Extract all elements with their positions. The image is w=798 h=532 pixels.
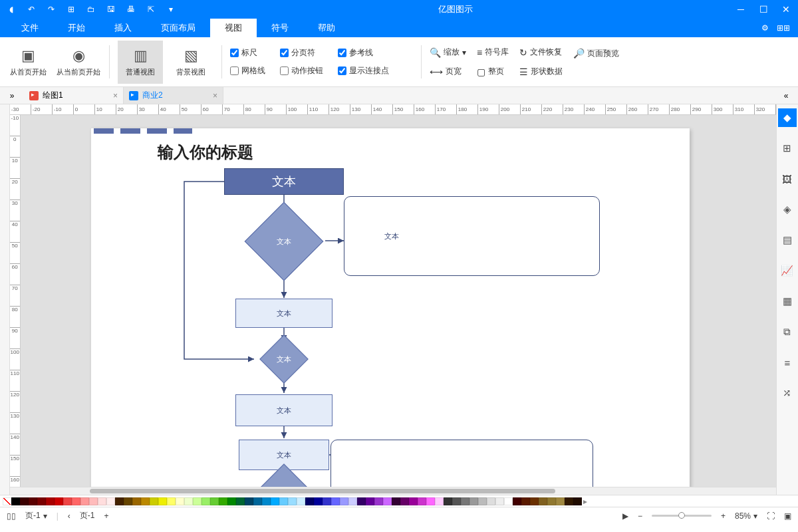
tabs-expand-right-icon[interactable]: « — [774, 87, 798, 104]
color-swatch[interactable] — [227, 497, 236, 505]
color-swatch[interactable] — [556, 497, 565, 505]
color-swatch[interactable] — [37, 497, 46, 505]
color-swatch[interactable] — [400, 497, 409, 505]
menu-layout[interactable]: 页面布局 — [146, 19, 210, 37]
menu-symbol[interactable]: 符号 — [257, 19, 303, 37]
color-swatch[interactable] — [478, 497, 487, 505]
flow-decision-2[interactable]: 文本 — [259, 334, 309, 384]
zoom-out-icon[interactable]: − — [638, 511, 642, 521]
page-menu[interactable]: 页-1 ▾ — [25, 510, 47, 521]
color-swatch[interactable] — [193, 497, 201, 505]
color-swatch[interactable] — [176, 497, 184, 505]
color-swatch[interactable] — [331, 497, 340, 505]
tabs-expand-left-icon[interactable]: » — [0, 87, 24, 104]
zoom-in-icon[interactable]: + — [721, 511, 726, 521]
background-view-button[interactable]: ▧背景视图 — [168, 41, 213, 84]
color-swatch[interactable] — [89, 497, 98, 505]
chart-panel-icon[interactable]: 📈 — [778, 261, 797, 280]
color-swatch[interactable] — [513, 497, 521, 505]
color-swatch[interactable] — [495, 497, 504, 505]
color-swatch[interactable] — [271, 497, 279, 505]
color-swatch[interactable] — [374, 497, 383, 505]
layout-mode-icon[interactable]: ▯▯ — [7, 511, 16, 521]
color-swatch[interactable] — [46, 497, 55, 505]
component-icon[interactable]: ⧉ — [778, 323, 797, 341]
horizontal-scrollbar[interactable] — [10, 487, 776, 495]
color-swatch[interactable] — [72, 497, 80, 505]
zoom-value[interactable]: 85% ▾ — [735, 511, 757, 521]
page-preview-button[interactable]: 🔎页面预览 — [573, 48, 619, 59]
color-swatch[interactable] — [418, 497, 426, 505]
ruler-checkbox[interactable]: 标尺 — [230, 47, 265, 59]
open-icon[interactable]: 🗀 — [84, 5, 98, 14]
color-swatch[interactable] — [539, 497, 547, 505]
undo-icon[interactable]: ↶ — [24, 5, 39, 14]
color-swatch[interactable] — [392, 497, 400, 505]
color-swatch[interactable] — [305, 497, 314, 505]
prev-page-icon[interactable]: ‹ — [68, 511, 70, 521]
print-icon[interactable]: 🖶 — [124, 5, 138, 14]
close-icon[interactable]: ✕ — [778, 4, 794, 15]
actionbtn-checkbox[interactable]: 动作按钮 — [280, 65, 323, 76]
connectpt-checkbox[interactable]: 显示连接点 — [338, 65, 389, 76]
color-swatch[interactable] — [565, 497, 573, 505]
color-swatch[interactable] — [150, 497, 158, 505]
grid-checkbox[interactable]: 网格线 — [230, 65, 265, 76]
color-swatch[interactable] — [461, 497, 469, 505]
flow-process-1[interactable]: 文本 — [235, 299, 332, 328]
color-swatch[interactable] — [184, 497, 193, 505]
color-swatch[interactable] — [288, 497, 297, 505]
table-icon[interactable]: ▦ — [778, 292, 797, 311]
color-swatch[interactable] — [262, 497, 271, 505]
color-swatch[interactable] — [383, 497, 392, 505]
color-swatch[interactable] — [106, 497, 115, 505]
color-swatch[interactable] — [504, 497, 513, 505]
color-swatch[interactable] — [219, 497, 227, 505]
color-swatch[interactable] — [98, 497, 106, 505]
page-title[interactable]: 输入你的标题 — [158, 142, 253, 163]
color-swatch[interactable] — [63, 497, 72, 505]
color-swatch[interactable] — [409, 497, 418, 505]
redo-icon[interactable]: ↷ — [44, 5, 59, 14]
color-swatch[interactable] — [55, 497, 63, 505]
color-swatch[interactable] — [340, 497, 348, 505]
color-swatch[interactable] — [132, 497, 141, 505]
save-icon[interactable]: 🖫 — [104, 5, 118, 14]
color-swatch[interactable] — [573, 497, 582, 505]
tab-close-icon[interactable]: × — [113, 91, 118, 100]
menu-view[interactable]: 视图 — [210, 19, 257, 37]
color-swatch[interactable] — [236, 497, 245, 505]
normal-view-button[interactable]: ▥普通视图 — [118, 41, 163, 84]
color-swatch[interactable] — [253, 497, 262, 505]
new-icon[interactable]: ⊞ — [64, 5, 78, 14]
app-logo-icon[interactable]: ◖ — [4, 5, 19, 14]
pagebreak-checkbox[interactable]: 分页符 — [280, 47, 323, 59]
menu-file[interactable]: 文件 — [7, 19, 53, 37]
color-swatch[interactable] — [20, 497, 29, 505]
color-swatch[interactable] — [521, 497, 530, 505]
minimize-icon[interactable]: ─ — [733, 4, 749, 15]
no-fill-swatch[interactable] — [3, 497, 11, 505]
add-page-icon[interactable]: + — [104, 511, 108, 521]
grid-icon[interactable]: ⊞ — [778, 139, 797, 158]
flow-start[interactable]: 文本 — [224, 168, 344, 195]
color-swatch[interactable] — [279, 497, 288, 505]
palette-more-icon[interactable]: ▸ — [583, 497, 587, 506]
flow-process-2[interactable]: 文本 — [235, 394, 332, 426]
menu-help[interactable]: 帮助 — [303, 19, 350, 37]
present-icon[interactable]: ▶ — [622, 511, 628, 521]
doc-tab-1[interactable]: 绘图1× — [24, 87, 124, 104]
color-swatch[interactable] — [530, 497, 539, 505]
doc-tab-2[interactable]: 商业2× — [124, 87, 223, 104]
color-swatch[interactable] — [11, 497, 20, 505]
menu-insert[interactable]: 插入 — [100, 19, 146, 37]
flow-container-1[interactable]: 文本 — [344, 196, 600, 276]
zoom-button[interactable]: 🔍缩放▾ — [430, 47, 466, 58]
layers-icon[interactable]: ◈ — [778, 200, 797, 219]
page[interactable]: 输入你的标题 文本 文本 文本 — [91, 128, 690, 487]
fit-icon[interactable]: ▣ — [784, 511, 791, 521]
color-swatch[interactable] — [452, 497, 461, 505]
full-page-button[interactable]: ▢整页 — [477, 66, 509, 77]
settings-icon[interactable]: ⚙ — [761, 23, 769, 33]
color-swatch[interactable] — [29, 497, 37, 505]
